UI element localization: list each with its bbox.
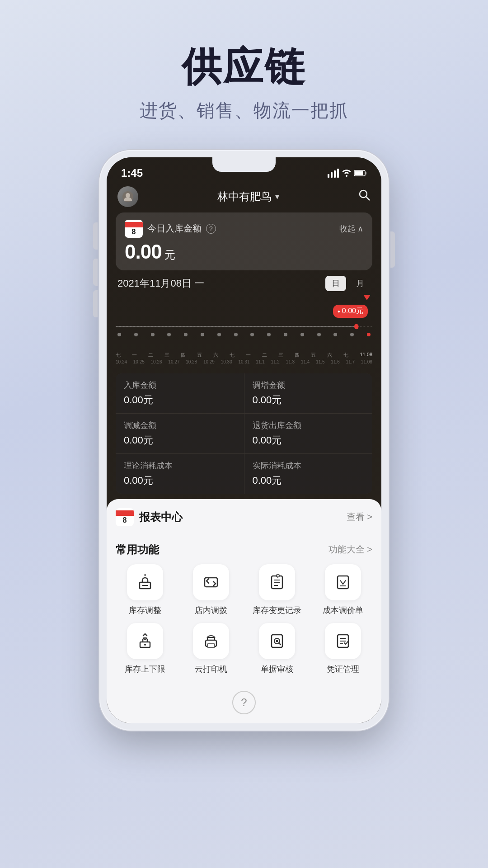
day-button[interactable]: 日 (325, 276, 346, 291)
stat-cell-0: 入库金额 0.00元 (116, 373, 244, 413)
chart-tooltip: 0.00元 (333, 305, 368, 318)
func-item-cloud-print[interactable]: 云打印机 (182, 623, 240, 675)
func-item-doc-review[interactable]: 单据审核 (248, 623, 306, 675)
today-label: 今日入库金额 (147, 222, 202, 235)
func-item-voucher[interactable]: 凭证管理 (314, 623, 372, 675)
svg-rect-17 (277, 575, 279, 577)
svg-point-8 (354, 324, 359, 329)
today-label-wrap: 8 今日入库金额 ? (125, 220, 216, 238)
chart-svg (116, 300, 372, 332)
today-amount: 0.00元 (125, 241, 363, 263)
collapse-button[interactable]: 收起 ∧ (339, 223, 363, 234)
func-label-cost-adjust: 成本调价单 (323, 605, 363, 616)
chart-area: 0.00元 (107, 300, 381, 350)
func-item-stock-adjust[interactable]: 库存调整 (116, 564, 174, 616)
date-nav: 2021年11月08日 一 日 月 (107, 270, 381, 297)
calendar-badge: 8 (125, 220, 143, 238)
func-label-stock-log: 库存变更记录 (253, 605, 301, 616)
chevron-down-icon: ▾ (275, 192, 279, 202)
bottom-help: ? (107, 686, 381, 723)
func-label-doc-review: 单据审核 (261, 664, 293, 675)
reports-section: 8 报表中心 查看 > (107, 499, 381, 535)
help-question-icon[interactable]: ? (232, 691, 256, 714)
svg-point-4 (126, 193, 130, 198)
func-item-stock-limit[interactable]: 库存上下限 (116, 623, 174, 675)
app-title[interactable]: 林中有肥鸟 ▾ (217, 189, 279, 204)
status-time: 1:45 (121, 167, 143, 179)
status-icons (328, 169, 367, 178)
phone-wrapper: 1:45 (99, 150, 389, 731)
stats-grid: 入库金额 0.00元 调增金额 0.00元 调减金额 0.00元 退货出库金 (116, 373, 372, 494)
app-header: 林中有肥鸟 ▾ (107, 183, 381, 212)
phone-frame: 1:45 (99, 150, 389, 731)
chart-dots (116, 333, 372, 336)
store-name: 林中有肥鸟 (217, 189, 272, 204)
func-icon-cloud-print (193, 623, 229, 659)
page-subtitle: 进货、销售、物流一把抓 (140, 98, 348, 123)
stat-cell-3: 退货出库金额 0.00元 💬 客服 (244, 414, 373, 453)
date-nav-buttons: 日 月 (325, 276, 371, 291)
func-icon-doc-review (259, 623, 295, 659)
cf-title: 常用功能 (116, 542, 159, 557)
signal-icon (328, 169, 339, 178)
page-title: 供应链 (140, 45, 348, 89)
func-icon-voucher (325, 623, 361, 659)
svg-point-5 (360, 190, 367, 198)
func-grid-row1: 库存调整 店内调拨 (116, 564, 372, 616)
date-text: 2021年11月08日 一 (117, 277, 204, 290)
reports-header: 8 报表中心 查看 > (116, 508, 372, 526)
battery-icon (354, 170, 367, 177)
reports-calendar-badge: 8 (116, 508, 134, 526)
stat-cell-4: 理论消耗成本 0.00元 (116, 454, 244, 494)
all-functions-link[interactable]: 功能大全 > (328, 543, 372, 556)
month-button[interactable]: 月 (350, 276, 371, 291)
phone-screen: 1:45 (107, 157, 381, 723)
func-icon-cost-adjust (325, 564, 361, 600)
svg-line-6 (366, 197, 370, 200)
cf-header: 常用功能 功能大全 > (116, 542, 372, 557)
func-icon-stock-log (259, 564, 295, 600)
help-icon[interactable]: ? (206, 224, 216, 234)
common-functions: 常用功能 功能大全 > (107, 535, 381, 686)
reports-title: 8 报表中心 (116, 508, 183, 526)
func-label-stock-adjust: 库存调整 (129, 605, 161, 616)
func-icon-stock-limit (127, 623, 163, 659)
svg-rect-23 (207, 644, 215, 647)
func-label-stock-limit: 库存上下限 (125, 664, 165, 675)
stat-cell-1: 调增金额 0.00元 (244, 373, 373, 413)
func-icon-store-transfer (193, 564, 229, 600)
reports-link[interactable]: 查看 > (347, 511, 372, 523)
today-card: 8 今日入库金额 ? 收起 ∧ 0.00元 (116, 212, 372, 270)
func-label-cloud-print: 云打印机 (195, 664, 227, 675)
svg-rect-2 (366, 172, 366, 175)
svg-point-21 (144, 644, 146, 646)
page-header: 供应链 进货、销售、物流一把抓 (140, 45, 348, 123)
today-card-header: 8 今日入库金额 ? 收起 ∧ (125, 220, 363, 238)
svg-rect-18 (338, 576, 348, 589)
app-avatar[interactable] (117, 186, 138, 207)
search-button[interactable] (358, 189, 371, 204)
func-item-store-transfer[interactable]: 店内调拨 (182, 564, 240, 616)
func-label-store-transfer: 店内调拨 (195, 605, 227, 616)
func-icon-stock-adjust (127, 564, 163, 600)
svg-rect-12 (205, 578, 217, 587)
func-item-cost-adjust[interactable]: 成本调价单 (314, 564, 372, 616)
phone-notch (212, 157, 276, 172)
wifi-icon (342, 170, 352, 177)
func-item-stock-log[interactable]: 库存变更记录 (248, 564, 306, 616)
svg-point-26 (276, 640, 278, 642)
stat-cell-5: 实际消耗成本 0.00元 (244, 454, 373, 494)
svg-rect-1 (355, 171, 363, 175)
stat-cell-2: 调减金额 0.00元 (116, 414, 244, 453)
func-label-voucher: 凭证管理 (327, 664, 359, 675)
func-grid-row2: 库存上下限 (116, 623, 372, 675)
svg-line-27 (279, 643, 281, 645)
calendar-day: 8 (132, 228, 136, 236)
